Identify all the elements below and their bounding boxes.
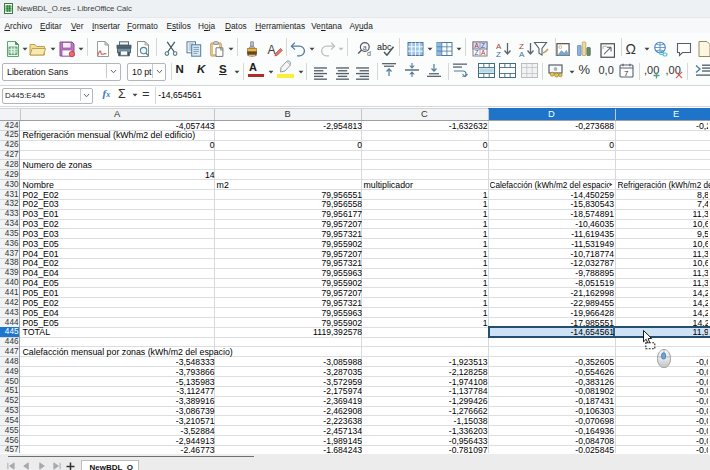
svg-text:Z: Z [496,50,501,58]
svg-text:A: A [267,43,275,57]
svg-text:7: 7 [624,68,629,77]
svg-text:Z: Z [481,42,485,49]
svg-text:d: d [367,50,371,57]
svg-text:A: A [474,42,479,49]
svg-text:Z: Z [474,49,478,56]
svg-text:A: A [519,50,525,58]
svg-text:A: A [481,49,486,56]
svg-text:abc: abc [377,42,392,52]
